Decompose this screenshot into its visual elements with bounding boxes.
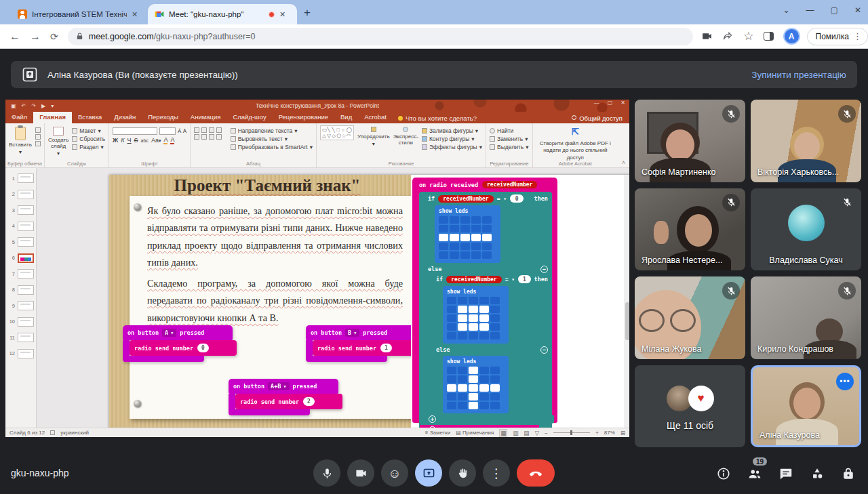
ppt-ribbon-tab-8[interactable]: Рецензирование bbox=[273, 112, 334, 123]
shape-effects-button[interactable]: Эффекты фигуры▾ bbox=[422, 144, 482, 150]
view-sorter-button[interactable]: ▥ bbox=[513, 430, 518, 436]
led-cell-off[interactable] bbox=[439, 251, 448, 259]
save-icon[interactable]: ▣ bbox=[11, 103, 16, 109]
led-cell-off[interactable] bbox=[490, 323, 500, 331]
led-cell-off[interactable] bbox=[471, 243, 481, 250]
leave-call-button[interactable] bbox=[517, 459, 555, 487]
address-bar[interactable]: meet.google.com/gku-naxu-php?authuser=0 bbox=[68, 28, 694, 45]
participant-tile[interactable]: Кирило Кондрашов bbox=[751, 276, 861, 359]
participant-tile[interactable]: Софія Мартиненко bbox=[635, 100, 745, 182]
ppt-ribbon-tab-10[interactable]: Acrobat bbox=[358, 112, 393, 123]
view-normal-button[interactable]: ▦ bbox=[499, 429, 507, 437]
led-cell-off[interactable] bbox=[490, 402, 500, 409]
led-cell-off[interactable] bbox=[482, 225, 492, 232]
create-pdf-button[interactable]: ⇱ Створити файл Adobe PDF і надати до нь… bbox=[536, 125, 615, 161]
slide-thumbnail-3[interactable]: 3 bbox=[5, 205, 36, 215]
share-icon[interactable] bbox=[722, 30, 734, 42]
led-cell-off[interactable] bbox=[458, 367, 467, 374]
shape-icon[interactable]: ◯ bbox=[347, 127, 352, 133]
mic-button[interactable] bbox=[313, 459, 340, 487]
reset-button[interactable]: Сбросить bbox=[72, 136, 105, 142]
led-cell-on[interactable] bbox=[469, 367, 478, 374]
slide-thumbnail-10[interactable]: 10 bbox=[5, 317, 36, 327]
chrome-menu-icon[interactable]: ⋮ bbox=[853, 31, 862, 41]
led-cell-off[interactable] bbox=[458, 297, 467, 304]
new-slide-button[interactable]: Создать слайд▾ bbox=[48, 125, 68, 157]
font-color-button[interactable]: А bbox=[170, 136, 174, 144]
led-cell-on[interactable] bbox=[469, 323, 478, 331]
camera-permission-icon[interactable] bbox=[701, 30, 713, 42]
led-cell-on[interactable] bbox=[439, 234, 448, 241]
browser-tab-meet[interactable]: Meet: "gku-naxu-php" ✕ bbox=[148, 4, 297, 24]
font-name-select[interactable] bbox=[113, 127, 157, 135]
led-cell-off[interactable] bbox=[447, 306, 456, 313]
more-participants-tile[interactable]: ♥ Ще 11 осіб bbox=[635, 365, 745, 448]
led-cell-off[interactable] bbox=[447, 332, 456, 339]
slideshow-icon[interactable]: ▶ bbox=[41, 103, 45, 109]
shape-icon[interactable]: ⬠ bbox=[336, 133, 341, 139]
bookmark-star-icon[interactable]: ☆ bbox=[743, 29, 753, 43]
led-cell-on[interactable] bbox=[450, 234, 459, 241]
led-cell-off[interactable] bbox=[469, 297, 478, 304]
lock-icon[interactable] bbox=[76, 33, 83, 40]
led-cell-off[interactable] bbox=[482, 216, 492, 224]
ppt-maximize-button[interactable]: ▢ bbox=[608, 100, 613, 106]
led-cell-on[interactable] bbox=[469, 306, 478, 313]
ppt-ribbon-tab-6[interactable]: Анимация bbox=[184, 112, 227, 123]
shape-icon[interactable]: ▽ bbox=[327, 133, 332, 139]
shape-icon[interactable]: △ bbox=[322, 133, 327, 139]
led-cell-off[interactable] bbox=[447, 402, 456, 409]
ppt-ribbon-tab-5[interactable]: Переходы bbox=[142, 112, 184, 123]
browser-tab-stem[interactable]: Інтегрований STEM Технічне к ✕ bbox=[11, 4, 146, 24]
led-cell-off[interactable] bbox=[490, 375, 500, 383]
led-cell-on[interactable] bbox=[458, 314, 467, 322]
led-cell-on[interactable] bbox=[479, 384, 489, 392]
format-painter-icon[interactable] bbox=[35, 141, 41, 146]
shape-icon[interactable]: ◇ bbox=[332, 133, 336, 139]
slide-thumbnail-2[interactable]: 2 bbox=[5, 190, 36, 199]
justify-icon[interactable] bbox=[216, 134, 222, 140]
led-cell-off[interactable] bbox=[460, 225, 470, 232]
bullets-icon[interactable] bbox=[194, 127, 199, 133]
slide-thumbnail-1[interactable]: 1 bbox=[5, 173, 36, 183]
shape-icon[interactable]: ╲ bbox=[332, 127, 336, 133]
copy-icon[interactable] bbox=[35, 134, 41, 140]
led-cell-off[interactable] bbox=[447, 393, 456, 400]
ppt-minimize-button[interactable]: — bbox=[594, 100, 599, 106]
led-cell-on[interactable] bbox=[482, 234, 492, 241]
reload-button[interactable]: ⟳ bbox=[50, 31, 58, 42]
zoom-level[interactable]: 87% bbox=[604, 430, 615, 436]
notes-button[interactable]: ≡ Заметки bbox=[425, 430, 451, 436]
participant-tile[interactable]: Мілана Жукова bbox=[635, 276, 745, 359]
window-maximize-button[interactable]: ▢ bbox=[831, 5, 838, 15]
led-cell-off[interactable] bbox=[490, 332, 500, 339]
led-cell-on[interactable] bbox=[479, 314, 489, 322]
activities-button[interactable] bbox=[810, 466, 825, 481]
paste-button[interactable]: Вставить▾ bbox=[9, 125, 32, 155]
led-cell-on[interactable] bbox=[469, 402, 478, 409]
shape-fill-button[interactable]: Заливка фигуры▾ bbox=[422, 127, 482, 134]
led-cell-off[interactable] bbox=[479, 332, 489, 339]
tab-close-icon[interactable]: ✕ bbox=[132, 10, 138, 19]
align-center-icon[interactable] bbox=[201, 134, 207, 140]
collapse-ribbon-icon[interactable]: ˄ bbox=[618, 159, 629, 167]
align-text-button[interactable]: Выровнять текст▾ bbox=[231, 136, 313, 142]
forward-button[interactable]: → bbox=[30, 30, 41, 43]
reactions-button[interactable]: ☺ bbox=[381, 459, 408, 487]
italic-button[interactable]: К bbox=[121, 137, 124, 144]
led-cell-off[interactable] bbox=[447, 297, 456, 304]
new-tab-button[interactable]: + bbox=[304, 6, 311, 20]
profile-avatar[interactable]: A bbox=[783, 28, 800, 45]
led-cell-off[interactable] bbox=[490, 297, 500, 304]
zoom-out-icon[interactable]: − bbox=[545, 430, 548, 436]
underline-button[interactable]: Ч bbox=[127, 137, 132, 144]
led-cell-off[interactable] bbox=[447, 314, 456, 322]
led-cell-off[interactable] bbox=[458, 393, 467, 400]
view-slideshow-button[interactable]: ▽ bbox=[534, 430, 539, 436]
led-cell-off[interactable] bbox=[490, 393, 500, 400]
led-cell-off[interactable] bbox=[447, 367, 456, 374]
led-cell-on[interactable] bbox=[479, 306, 489, 313]
strike-button[interactable]: S bbox=[134, 137, 138, 144]
cut-icon[interactable] bbox=[35, 127, 41, 133]
led-cell-on[interactable] bbox=[479, 323, 489, 331]
